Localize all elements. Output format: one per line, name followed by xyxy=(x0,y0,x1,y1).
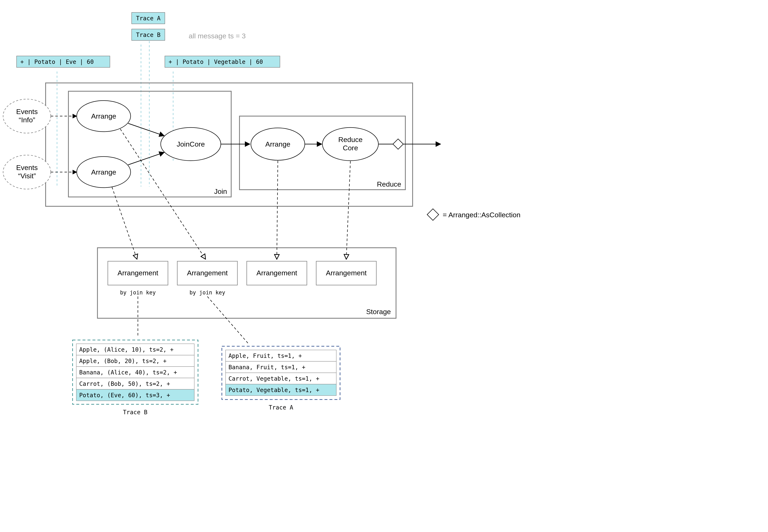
msg-left: + | Potato | Eve | 60 xyxy=(17,56,110,67)
arrow-arrange2-joincore xyxy=(128,152,164,165)
as-collection-diamond xyxy=(393,139,403,149)
svg-text:Apple, (Alice, 10), ts=2, +: Apple, (Alice, 10), ts=2, + xyxy=(79,346,174,353)
trace-a-table: Apple, Fruit, ts=1, + Banana, Fruit, ts=… xyxy=(222,346,340,411)
svg-marker-17 xyxy=(393,139,403,149)
svg-text:Arrange: Arrange xyxy=(91,112,116,120)
arrow-reducecore-storage4 xyxy=(346,161,350,259)
svg-text:Potato, (Eve, 60), ts=3, +: Potato, (Eve, 60), ts=3, + xyxy=(79,392,170,399)
svg-text:Reduce: Reduce xyxy=(338,136,362,143)
svg-text:= Arranged::AsCollection: = Arranged::AsCollection xyxy=(443,211,520,219)
svg-text:“Info”: “Info” xyxy=(19,116,35,124)
arrangement-slot-4: Arrangement xyxy=(316,261,376,285)
svg-text:Arrangement: Arrangement xyxy=(118,269,158,277)
svg-text:by join key: by join key xyxy=(120,289,156,296)
svg-text:Carrot, (Bob, 50), ts=2, +: Carrot, (Bob, 50), ts=2, + xyxy=(79,380,170,387)
reduce-box-label: Reduce xyxy=(377,180,401,188)
svg-text:Banana, Fruit, ts=1, +: Banana, Fruit, ts=1, + xyxy=(228,364,305,371)
svg-text:by join key: by join key xyxy=(190,289,225,296)
svg-text:Arrangement: Arrangement xyxy=(326,269,367,277)
svg-text:Arrange: Arrange xyxy=(91,168,116,176)
svg-text:Apple, (Bob, 20), ts=2, +: Apple, (Bob, 20), ts=2, + xyxy=(79,358,166,364)
msg-trace-b: Trace B xyxy=(132,29,165,40)
arrow-arrange1-joincore xyxy=(128,123,164,136)
svg-text:Potato, Vegetable, ts=1, +: Potato, Vegetable, ts=1, + xyxy=(228,387,319,394)
svg-text:Trace A: Trace A xyxy=(136,15,160,22)
svg-text:Arrange: Arrange xyxy=(265,140,290,148)
svg-text:Arrangement: Arrangement xyxy=(256,269,297,277)
source-events-info: Events “Info” xyxy=(3,99,51,133)
svg-text:Trace B: Trace B xyxy=(136,32,160,38)
svg-text:Core: Core xyxy=(343,144,358,152)
svg-marker-18 xyxy=(427,209,439,220)
svg-text:“Visit”: “Visit” xyxy=(18,172,36,180)
legend-diamond: = Arranged::AsCollection xyxy=(427,209,520,220)
arrow-storage2-tracea xyxy=(207,296,249,344)
storage-box-label: Storage xyxy=(366,308,391,316)
svg-text:Banana, (Alice, 40), ts=2, +: Banana, (Alice, 40), ts=2, + xyxy=(79,369,177,376)
operator-joincore: JoinCore xyxy=(161,128,221,161)
arrow-arrange3-storage3 xyxy=(277,161,278,259)
trace-a-label: Trace A xyxy=(269,404,293,411)
svg-text:Arrangement: Arrangement xyxy=(187,269,228,277)
svg-text:Events: Events xyxy=(16,108,38,115)
trace-b-table: Apple, (Alice, 10), ts=2, + Apple, (Bob,… xyxy=(73,340,198,416)
join-box-label: Join xyxy=(214,187,227,195)
trace-b-label: Trace B xyxy=(123,409,147,416)
arrangement-slot-3: Arrangement xyxy=(247,261,307,285)
svg-text:+ | Potato | Vegetable | 60: + | Potato | Vegetable | 60 xyxy=(169,58,263,65)
svg-text:Apple, Fruit, ts=1, +: Apple, Fruit, ts=1, + xyxy=(228,352,302,359)
msg-right: + | Potato | Vegetable | 60 xyxy=(165,56,280,67)
arrangement-slot-1: Arrangement by join key xyxy=(108,261,168,296)
svg-text:Carrot, Vegetable, ts=1, +: Carrot, Vegetable, ts=1, + xyxy=(228,375,319,382)
msg-trace-a: Trace A xyxy=(132,12,165,24)
operator-arrange-1: Arrange xyxy=(77,101,131,132)
operator-arrange-2: Arrange xyxy=(77,157,131,188)
svg-text:JoinCore: JoinCore xyxy=(177,140,205,148)
operator-arrange-3: Arrange xyxy=(251,128,305,160)
operator-reducecore: Reduce Core xyxy=(322,128,378,161)
arrangement-slot-2: Arrangement by join key xyxy=(177,261,237,296)
source-events-visit: Events “Visit” xyxy=(3,155,51,189)
ts-note: all message ts = 3 xyxy=(189,32,246,40)
svg-text:+ | Potato | Eve | 60: + | Potato | Eve | 60 xyxy=(20,58,94,65)
svg-text:Events: Events xyxy=(16,164,38,171)
